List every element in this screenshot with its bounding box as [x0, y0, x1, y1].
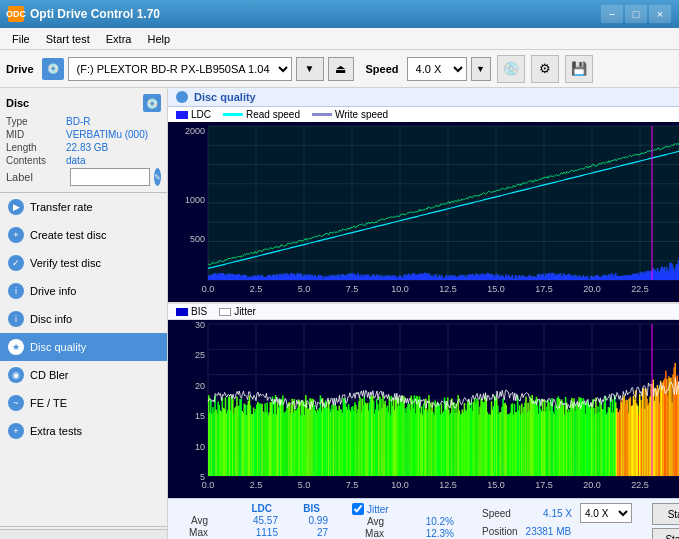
sidebar-item-create-test-disc[interactable]: + Create test disc: [0, 221, 167, 249]
legend-read-speed: Read speed: [223, 109, 300, 120]
sidebar-nav: ▶ Transfer rate + Create test disc ✓ Ver…: [0, 193, 167, 524]
cd-bler-label: CD Bler: [30, 369, 69, 381]
legend-ldc: LDC: [176, 109, 211, 120]
ldc-bis-stats: LDC BIS Avg 45.57 0.99 Max 1115 27 Total…: [176, 503, 328, 539]
disc-icon-btn[interactable]: 💿: [497, 55, 525, 83]
chart-upper: [168, 122, 679, 303]
speed-position-area: Speed 4.15 X 4.0 X Position 23381 MB Sam…: [482, 503, 632, 539]
disc-type-row: Type BD-R: [6, 116, 161, 127]
drive-dropdown-button[interactable]: ▼: [296, 57, 324, 81]
max-stats-row: Max 1115 27: [176, 527, 328, 538]
chart-lower-legend: BIS Jitter: [168, 303, 679, 320]
jitter-checkbox[interactable]: [352, 503, 364, 515]
extra-tests-label: Extra tests: [30, 425, 82, 437]
sidebar-item-transfer-rate[interactable]: ▶ Transfer rate: [0, 193, 167, 221]
status-separator: [0, 526, 167, 527]
menu-help[interactable]: Help: [139, 31, 178, 47]
chart-container: BIS Jitter: [168, 122, 679, 498]
start-part-button[interactable]: Start part: [652, 528, 679, 539]
jitter-max-row: Max 12.3%: [352, 528, 454, 539]
jitter-avg-label: Avg: [352, 516, 384, 527]
disc-info-icon: i: [8, 311, 24, 327]
main-area: Disc 💿 Type BD-R MID VERBATIMu (000) Len…: [0, 88, 679, 539]
sidebar-item-disc-info[interactable]: i Disc info: [0, 305, 167, 333]
speed-label: Speed: [366, 63, 399, 75]
menu-file[interactable]: File: [4, 31, 38, 47]
stats-bar: LDC BIS Avg 45.57 0.99 Max 1115 27 Total…: [168, 498, 679, 539]
legend-ldc-color: [176, 111, 188, 119]
create-test-disc-icon: +: [8, 227, 24, 243]
sidebar-item-verify-test-disc[interactable]: ✓ Verify test disc: [0, 249, 167, 277]
sidebar: Disc 💿 Type BD-R MID VERBATIMu (000) Len…: [0, 88, 168, 539]
extra-tests-icon: +: [8, 423, 24, 439]
legend-read-color: [223, 113, 243, 116]
jitter-label: Jitter: [367, 504, 389, 515]
sidebar-item-extra-tests[interactable]: + Extra tests: [0, 417, 167, 445]
close-button[interactable]: ×: [649, 5, 671, 23]
disc-info-label: Disc info: [30, 313, 72, 325]
transfer-rate-icon: ▶: [8, 199, 24, 215]
start-full-button[interactable]: Start full: [652, 503, 679, 525]
speed-label: Speed: [482, 508, 524, 519]
maximize-button[interactable]: □: [625, 5, 647, 23]
sidebar-item-drive-info[interactable]: i Drive info: [0, 277, 167, 305]
disc-quality-dot: [176, 91, 188, 103]
disc-length-row: Length 22.83 GB: [6, 142, 161, 153]
fe-te-label: FE / TE: [30, 397, 67, 409]
disc-length-label: Length: [6, 142, 66, 153]
status-window-button[interactable]: Status window >>: [0, 529, 167, 539]
max-label: Max: [176, 527, 208, 538]
speed-select-sm[interactable]: 4.0 X: [580, 503, 632, 523]
window-controls: − □ ×: [601, 5, 671, 23]
disc-panel: Disc 💿 Type BD-R MID VERBATIMu (000) Len…: [0, 88, 167, 193]
legend-write-color: [312, 113, 332, 116]
disc-length-value: 22.83 GB: [66, 142, 108, 153]
menu-start-test[interactable]: Start test: [38, 31, 98, 47]
settings-icon-btn[interactable]: ⚙: [531, 55, 559, 83]
drive-info-label: Drive info: [30, 285, 76, 297]
disc-mid-label: MID: [6, 129, 66, 140]
jitter-max-val: 12.3%: [390, 528, 454, 539]
create-test-disc-label: Create test disc: [30, 229, 106, 241]
save-icon-btn[interactable]: 💾: [565, 55, 593, 83]
speed-info-row: Speed 4.15 X 4.0 X: [482, 503, 632, 523]
disc-panel-icon: 💿: [143, 94, 161, 112]
speed-select[interactable]: 4.0 X: [407, 57, 467, 81]
disc-type-label: Type: [6, 116, 66, 127]
sidebar-item-fe-te[interactable]: ~ FE / TE: [0, 389, 167, 417]
disc-label-icon-btn[interactable]: ✎: [154, 168, 161, 186]
verify-test-disc-icon: ✓: [8, 255, 24, 271]
app-title: Opti Drive Control 1.70: [30, 7, 601, 21]
jitter-checkbox-row[interactable]: Jitter: [352, 503, 454, 515]
avg-label: Avg: [176, 515, 208, 526]
disc-label-input[interactable]: [70, 168, 150, 186]
bis-max-val: 27: [284, 527, 328, 538]
content-area: Disc quality LDC Read speed Write speed: [168, 88, 679, 539]
cd-bler-icon: ◉: [8, 367, 24, 383]
minimize-button[interactable]: −: [601, 5, 623, 23]
ldc-max-val: 1115: [214, 527, 278, 538]
legend-bis-color: [176, 308, 188, 316]
sidebar-item-cd-bler[interactable]: ◉ CD Bler: [0, 361, 167, 389]
app-icon: ODC: [8, 6, 24, 22]
drive-select[interactable]: (F:) PLEXTOR BD-R PX-LB950SA 1.04: [68, 57, 292, 81]
position-row: Position 23381 MB: [482, 526, 632, 537]
disc-mid-value: VERBATIMu (000): [66, 129, 148, 140]
disc-contents-row: Contents data: [6, 155, 161, 166]
lower-chart-canvas: [168, 320, 679, 498]
sidebar-item-disc-quality[interactable]: ★ Disc quality: [0, 333, 167, 361]
menu-extra[interactable]: Extra: [98, 31, 140, 47]
disc-label-row: Label ✎: [6, 168, 161, 186]
fe-te-icon: ~: [8, 395, 24, 411]
drive-icon: 💿: [42, 58, 64, 80]
bis-col-header: BIS: [276, 503, 320, 514]
disc-type-value: BD-R: [66, 116, 90, 127]
legend-write-label: Write speed: [335, 109, 388, 120]
avg-stats-row: Avg 45.57 0.99: [176, 515, 328, 526]
ldc-col-header: LDC: [212, 503, 272, 514]
disc-contents-label: Contents: [6, 155, 66, 166]
legend-jitter-color: [219, 308, 231, 316]
eject-icon-btn[interactable]: ⏏: [328, 57, 354, 81]
disc-quality-label: Disc quality: [30, 341, 86, 353]
speed-dropdown-button[interactable]: ▼: [471, 57, 491, 81]
